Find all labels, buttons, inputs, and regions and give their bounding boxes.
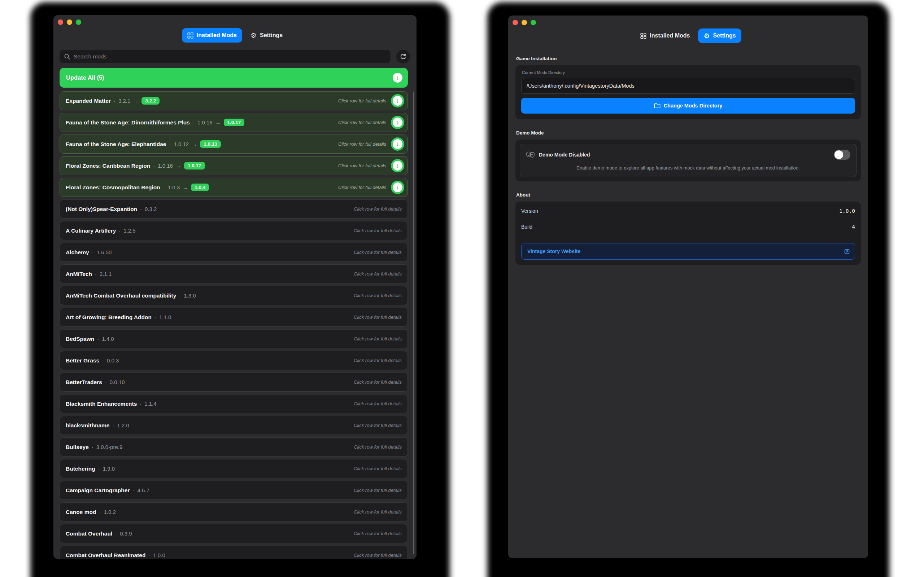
build-label: Build bbox=[521, 224, 532, 230]
row-details-hint: Click row for full details bbox=[354, 336, 402, 342]
mod-row[interactable]: Better Grass · 0.0.3 Click row for full … bbox=[60, 351, 408, 370]
refresh-button[interactable] bbox=[396, 50, 410, 63]
mod-row-updatable[interactable]: Fauna of the Stone Age: Dinornithiformes… bbox=[60, 113, 408, 132]
tab-settings[interactable]: ⚙ Settings bbox=[698, 29, 741, 43]
row-details-hint: Click row for full details bbox=[354, 401, 402, 406]
window-controls bbox=[58, 19, 81, 25]
mod-version: 1.9.0 bbox=[103, 466, 115, 472]
row-details-hint: Click row for full details bbox=[338, 185, 386, 190]
mod-row-updatable[interactable]: Expanded Matter · 3.2.1 → 3.2.2 Click ro… bbox=[60, 91, 408, 110]
scrollbar[interactable] bbox=[413, 92, 414, 554]
vintage-story-website-link[interactable]: Vintage Story Website bbox=[521, 243, 855, 259]
folder-icon bbox=[654, 103, 661, 108]
mod-row[interactable]: (Not Only)Spear-Expantion · 0.3.2 Click … bbox=[60, 200, 408, 219]
tab-installed-mods[interactable]: Installed Mods bbox=[182, 28, 242, 43]
download-update-button[interactable]: ↓ bbox=[391, 137, 404, 151]
separator-dot: · bbox=[115, 530, 117, 537]
mod-version: 0.3.9 bbox=[120, 530, 132, 537]
zoom-button[interactable] bbox=[531, 20, 536, 25]
mod-name: Expanded Matter bbox=[66, 98, 111, 104]
mod-name: Art of Growing: Breeding Addon bbox=[66, 314, 152, 321]
search-bar[interactable] bbox=[60, 50, 391, 63]
mod-row[interactable]: Art of Growing: Breeding Addon · 1.1.0 C… bbox=[60, 308, 408, 327]
arrow-down-circle-icon: ↓ bbox=[393, 118, 402, 127]
row-details-hint: Click row for full details bbox=[338, 98, 386, 103]
mods-directory-input[interactable] bbox=[527, 83, 850, 89]
mod-name: Butchering bbox=[66, 466, 95, 472]
tab-label: Installed Mods bbox=[650, 32, 690, 39]
mod-row[interactable]: Combat Overhaul · 0.3.9 Click row for fu… bbox=[60, 524, 408, 543]
minimize-button[interactable] bbox=[67, 19, 72, 25]
download-update-button[interactable]: ↓ bbox=[391, 94, 404, 108]
new-version-badge: 3.2.2 bbox=[142, 97, 160, 105]
mod-row[interactable]: AnMiTech Combat Overhaul compatibility ·… bbox=[60, 286, 408, 305]
mod-row[interactable]: BedSpawn · 1.4.0 Click row for full deta… bbox=[60, 329, 408, 348]
arrow-right-icon: → bbox=[183, 184, 188, 190]
search-icon bbox=[64, 53, 70, 60]
section-title-about: About bbox=[516, 192, 861, 198]
minimize-button[interactable] bbox=[522, 20, 527, 25]
arrow-right-icon: → bbox=[176, 163, 181, 169]
mod-name: BetterTraders bbox=[66, 379, 102, 385]
row-details-hint: Click row for full details bbox=[354, 488, 402, 493]
mod-version: 1.1.4 bbox=[144, 401, 156, 407]
mod-row[interactable]: Butchering · 1.9.0 Click row for full de… bbox=[60, 459, 408, 478]
external-link-icon bbox=[844, 249, 850, 254]
mod-row[interactable]: BetterTraders · 0.0.10 Click row for ful… bbox=[60, 372, 408, 392]
mod-row-updatable[interactable]: Fauna of the Stone Age: Elephantidae · 1… bbox=[60, 134, 408, 154]
mod-current-version: 1.0.12 bbox=[174, 141, 189, 147]
mod-row-updatable[interactable]: Floral Zones: Cosmopolitan Region · 1.0.… bbox=[60, 178, 408, 197]
new-version-badge: 1.0.13 bbox=[200, 140, 221, 148]
tab-installed-mods[interactable]: Installed Mods bbox=[635, 29, 695, 43]
mod-row[interactable]: AnMiTech · 2.1.1 Click row for full deta… bbox=[60, 264, 408, 284]
mod-version: 0.0.3 bbox=[107, 357, 119, 364]
row-details-hint: Click row for full details bbox=[354, 314, 402, 320]
separator-dot: · bbox=[155, 314, 156, 320]
mod-row[interactable]: Canoe mod · 1.0.2 Click row for full det… bbox=[60, 502, 408, 521]
refresh-icon bbox=[399, 53, 407, 60]
mod-name: Bullseye bbox=[66, 444, 89, 450]
mod-name: Campaign Cartographer bbox=[66, 487, 129, 494]
demo-mode-toggle[interactable] bbox=[834, 150, 850, 160]
mod-row[interactable]: blacksmithname · 1.2.0 Click row for ful… bbox=[60, 416, 408, 435]
update-all-button[interactable]: Update All (5) ↓ bbox=[60, 68, 408, 88]
row-details-hint: Click row for full details bbox=[354, 228, 402, 233]
section-title-game-installation: Game Installation bbox=[516, 56, 861, 61]
mod-version: 1.0.0 bbox=[153, 552, 165, 558]
separator-dot: · bbox=[98, 466, 100, 472]
mod-version: 1.2.0 bbox=[117, 422, 129, 429]
tab-bar: Installed Mods ⚙ Settings bbox=[53, 28, 417, 43]
update-all-label: Update All (5) bbox=[66, 74, 391, 81]
mod-row[interactable]: Blacksmith Enhancements · 1.1.4 Click ro… bbox=[60, 394, 408, 413]
mod-row[interactable]: Campaign Cartographer · 4.6.7 Click row … bbox=[60, 481, 408, 500]
mod-row[interactable]: Combat Overhaul Reanimated · 1.0.0 Click… bbox=[60, 546, 408, 559]
change-mods-directory-button[interactable]: Change Mods Directory bbox=[521, 98, 855, 114]
mod-current-version: 1.0.16 bbox=[197, 119, 213, 126]
mod-name: blacksmithname bbox=[66, 422, 109, 429]
row-details-hint: Click row for full details bbox=[354, 206, 402, 212]
download-update-button[interactable]: ↓ bbox=[391, 159, 404, 172]
mod-row-updatable[interactable]: Floral Zones: Caribbean Region · 1.0.16 … bbox=[60, 156, 408, 175]
download-update-button[interactable]: ↓ bbox=[391, 181, 404, 194]
demo-mode-card: Demo Mode Disabled Enable demo mode to e… bbox=[515, 140, 861, 181]
version-row: Version 1.0.0 bbox=[521, 203, 855, 219]
zoom-button[interactable] bbox=[76, 19, 81, 25]
close-button[interactable] bbox=[58, 19, 63, 25]
mod-row[interactable]: Alchemy · 1.6.50 Click row for full deta… bbox=[60, 243, 408, 262]
download-update-button[interactable]: ↓ bbox=[391, 116, 404, 129]
close-button[interactable] bbox=[512, 20, 518, 25]
installed-mods-window: Installed Mods ⚙ Settings Update All (5)… bbox=[53, 15, 417, 559]
mod-list: Expanded Matter · 3.2.1 → 3.2.2 Click ro… bbox=[60, 91, 408, 559]
arrow-down-circle-icon: ↓ bbox=[393, 161, 402, 171]
tab-label: Settings bbox=[713, 32, 736, 39]
row-details-hint: Click row for full details bbox=[354, 293, 402, 298]
mod-row[interactable]: A Culinary Artillery · 1.2.5 Click row f… bbox=[60, 221, 408, 240]
mod-name: Blacksmith Enhancements bbox=[66, 401, 137, 407]
arrow-right-icon: → bbox=[215, 119, 221, 126]
mod-name: BedSpawn bbox=[66, 336, 94, 342]
search-input[interactable] bbox=[74, 53, 386, 60]
mod-current-version: 1.0.3 bbox=[168, 184, 180, 190]
row-details-hint: Click row for full details bbox=[354, 358, 402, 363]
tab-settings[interactable]: ⚙ Settings bbox=[245, 28, 288, 43]
mod-row[interactable]: Bullseye · 3.0.0-pre.9 Click row for ful… bbox=[60, 437, 408, 456]
